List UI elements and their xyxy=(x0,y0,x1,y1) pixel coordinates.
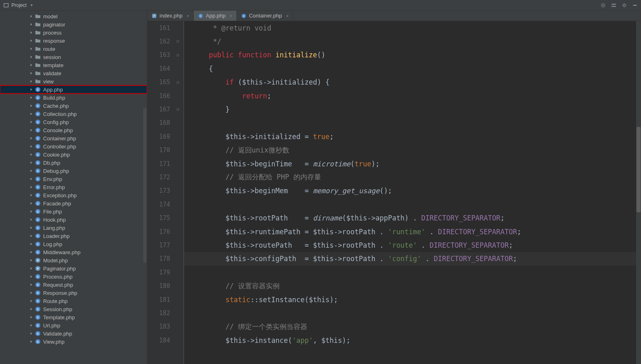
file-Controllerphp[interactable]: CController.php xyxy=(0,142,147,150)
collapse-icon[interactable] xyxy=(611,2,617,8)
code-line[interactable]: $this->initialized = true; xyxy=(184,130,641,143)
file-Facadephp[interactable]: CFacade.php xyxy=(0,199,147,207)
fold-open-icon[interactable]: ⊟ xyxy=(177,80,182,85)
editor-scrollbar-thumb[interactable] xyxy=(637,127,641,212)
file-Buildphp[interactable]: CBuild.php xyxy=(0,94,147,102)
svg-text:C: C xyxy=(37,234,39,238)
folder-template[interactable]: template xyxy=(0,61,147,69)
file-Errorphp[interactable]: CError.php xyxy=(0,183,147,191)
file-Hookphp[interactable]: CHook.php xyxy=(0,216,147,224)
folder-route[interactable]: route xyxy=(0,45,147,53)
tab-label: index.php xyxy=(160,13,182,19)
tree-item-label: Loader.php xyxy=(43,233,70,239)
code-line[interactable] xyxy=(184,116,641,130)
project-dropdown-icon[interactable]: ▼ xyxy=(30,3,33,7)
file-Appphp[interactable]: CApp.php xyxy=(0,85,147,94)
code-line[interactable]: $this->routePath = $this->rootPath . 'ro… xyxy=(184,238,641,252)
file-Logphp[interactable]: CLog.php xyxy=(0,240,147,248)
gear-icon[interactable] xyxy=(621,2,627,8)
file-Cookiephp[interactable]: CCookie.php xyxy=(0,150,147,159)
file-Containerphp[interactable]: CContainer.php xyxy=(0,134,147,142)
code-line[interactable]: { xyxy=(184,62,641,75)
close-icon[interactable]: × xyxy=(286,13,289,18)
sidebar-scrollbar-thumb[interactable] xyxy=(143,108,147,263)
minimize-icon[interactable] xyxy=(632,2,638,8)
sidebar-scrollbar[interactable] xyxy=(143,11,147,364)
code-line[interactable]: if ($this->initialized) { xyxy=(184,76,641,89)
folder-paginator[interactable]: paginator xyxy=(0,20,147,28)
close-icon[interactable]: × xyxy=(186,13,189,18)
file-Responsephp[interactable]: CResponse.php xyxy=(0,289,147,297)
tree-item-label: Facade.php xyxy=(43,201,71,207)
code-line[interactable]: // 返回分配给 PHP 的内存量 xyxy=(184,170,641,184)
file-Urlphp[interactable]: CUrl.php xyxy=(0,321,147,329)
folder-model[interactable]: model xyxy=(0,12,147,20)
file-Langphp[interactable]: CLang.php xyxy=(0,224,147,232)
code-line[interactable]: $this->rootPath = dirname($this->appPath… xyxy=(184,211,641,225)
file-Filephp[interactable]: CFile.php xyxy=(0,207,147,216)
code-line[interactable] xyxy=(184,198,641,211)
file-Routephp[interactable]: CRoute.php xyxy=(0,297,147,305)
code-line[interactable]: return; xyxy=(184,89,641,102)
file-Viewphp[interactable]: CView.php xyxy=(0,338,147,346)
svg-text:C: C xyxy=(199,14,201,17)
tab-indexphp[interactable]: Pindex.php× xyxy=(147,11,194,21)
file-Cachephp[interactable]: CCache.php xyxy=(0,102,147,110)
file-Sessionphp[interactable]: CSession.php xyxy=(0,305,147,313)
code-line[interactable]: $this->instance('app', $this); xyxy=(184,333,641,347)
editor-scrollbar[interactable] xyxy=(636,21,641,364)
code-line[interactable]: static::setInstance($this); xyxy=(184,293,641,306)
file-Loaderphp[interactable]: CLoader.php xyxy=(0,232,147,240)
file-Consolephp[interactable]: CConsole.php xyxy=(0,126,147,134)
tree-item-label: Lang.php xyxy=(43,225,65,231)
code-line[interactable] xyxy=(184,306,641,320)
code-line[interactable]: // 设置容器实例 xyxy=(184,279,641,292)
code-editor[interactable]: * @return void */ public function initia… xyxy=(184,21,641,364)
file-Paginatorphp[interactable]: PPaginator.php xyxy=(0,264,147,272)
svg-text:C: C xyxy=(37,145,39,148)
file-Collectionphp[interactable]: CCollection.php xyxy=(0,110,147,118)
file-Validatephp[interactable]: CValidate.php xyxy=(0,329,147,338)
code-line[interactable]: // 返回unix微秒数 xyxy=(184,144,641,157)
file-Templatephp[interactable]: CTemplate.php xyxy=(0,313,147,321)
code-line[interactable]: $this->beginTime = microtime(true); xyxy=(184,157,641,170)
tree-item-label: Exception.php xyxy=(43,192,77,198)
file-Processphp[interactable]: CProcess.php xyxy=(0,272,147,281)
project-label[interactable]: Project xyxy=(11,2,26,8)
code-line[interactable]: */ xyxy=(184,35,641,48)
close-icon[interactable]: × xyxy=(230,13,232,18)
fold-gutter[interactable]: ⊟⊟⊟⊟ xyxy=(175,21,184,364)
file-Dbphp[interactable]: CDb.php xyxy=(0,159,147,167)
tab-Appphp[interactable]: CApp.php× xyxy=(194,11,237,21)
code-line[interactable]: public function initialize() xyxy=(184,48,641,62)
tab-Containerphp[interactable]: CContainer.php× xyxy=(237,11,293,21)
code-line[interactable]: $this->beginMem = memory_get_usage(); xyxy=(184,184,641,198)
code-line[interactable]: * @return void xyxy=(184,21,641,35)
folder-session[interactable]: session xyxy=(0,53,147,61)
target-icon[interactable] xyxy=(600,2,606,8)
file-Envphp[interactable]: CEnv.php xyxy=(0,175,147,183)
code-line[interactable]: } xyxy=(184,102,641,116)
file-Middlewarephp[interactable]: CMiddleware.php xyxy=(0,248,147,256)
fold-close-icon[interactable]: ⊟ xyxy=(177,107,182,112)
svg-text:C: C xyxy=(37,218,39,222)
code-line[interactable]: $this->configPath = $this->rootPath . 'c… xyxy=(184,252,641,266)
fold-close-icon[interactable]: ⊟ xyxy=(177,39,182,44)
code-line[interactable] xyxy=(184,266,641,279)
top-toolbar: Project ▼ xyxy=(0,0,641,11)
fold-open-icon[interactable]: ⊟ xyxy=(177,53,182,58)
folder-validate[interactable]: validate xyxy=(0,69,147,77)
file-Debugphp[interactable]: CDebug.php xyxy=(0,167,147,175)
folder-view[interactable]: view xyxy=(0,77,147,85)
file-Configphp[interactable]: CConfig.php xyxy=(0,118,147,126)
line-number: 171 xyxy=(147,157,170,170)
file-Requestphp[interactable]: CRequest.php xyxy=(0,281,147,289)
project-tree-sidebar[interactable]: modelpaginatorprocessresponseroutesessio… xyxy=(0,11,147,364)
folder-response[interactable]: response xyxy=(0,37,147,45)
line-number: 169 xyxy=(147,130,170,143)
file-Modelphp[interactable]: PModel.php xyxy=(0,256,147,264)
folder-process[interactable]: process xyxy=(0,28,147,37)
code-line[interactable]: $this->runtimePath = $this->rootPath . '… xyxy=(184,225,641,238)
code-line[interactable]: // 绑定一个类实例当容器 xyxy=(184,320,641,333)
file-Exceptionphp[interactable]: CException.php xyxy=(0,191,147,199)
